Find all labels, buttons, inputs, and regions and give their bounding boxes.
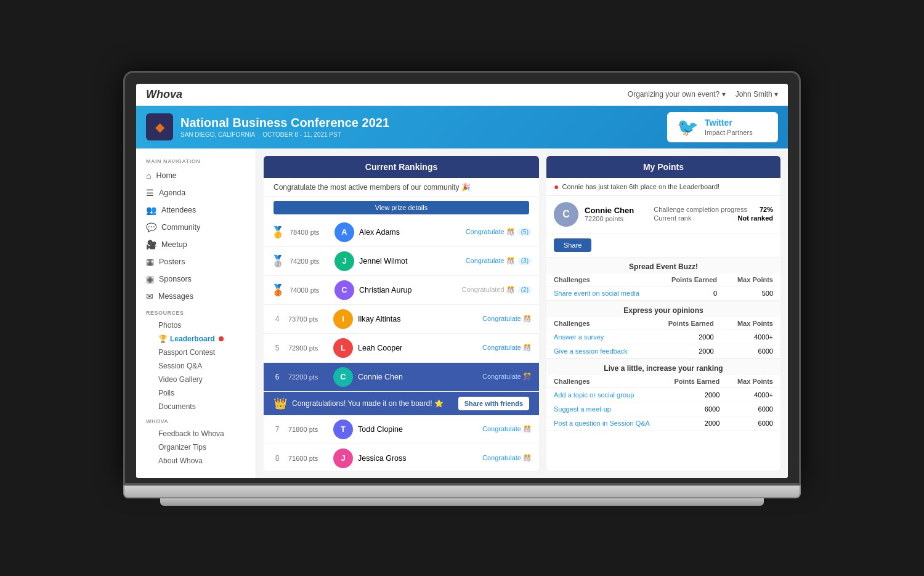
user-name: Jessica Gross <box>358 454 477 463</box>
sidebar-item-messages[interactable]: ✉ Messages <box>136 288 256 305</box>
col-points-earned: Points Earned <box>657 274 724 286</box>
sidebar-polls[interactable]: Polls <box>136 386 256 400</box>
sidebar-item-home[interactable]: ⌂ Home <box>136 167 256 184</box>
user-name: Todd Clopine <box>358 425 477 434</box>
congrats-text: Congratulate the most active members of … <box>274 183 471 192</box>
sidebar-community-label: Community <box>161 223 200 232</box>
user-name: Jennel Wilmot <box>359 257 461 266</box>
sidebar-agenda-label: Agenda <box>159 189 185 197</box>
spread-buzz-table: Challenges Points Earned Max Points Shar… <box>546 274 780 301</box>
table-row: Post a question in Session Q&A 2000 6000 <box>546 416 780 430</box>
sidebar-photos[interactable]: Photos <box>136 318 256 332</box>
max-points: 4000+ <box>721 330 780 344</box>
sidebar-video-gallery[interactable]: Video Gallery <box>136 373 256 386</box>
avatar: L <box>333 338 353 358</box>
sidebar-about[interactable]: About Whova <box>136 454 256 468</box>
main-nav-label: MAIN NAVIGATION <box>136 153 256 167</box>
view-prize-button[interactable]: View prize details <box>274 201 529 214</box>
sidebar-item-community[interactable]: 💬 Community <box>136 219 256 236</box>
congratulate-button[interactable]: Congratulate 🎊 <box>482 454 532 462</box>
sidebar-meetup-label: Meetup <box>161 240 187 249</box>
rank-number: 7 <box>271 425 283 434</box>
share-friends-button[interactable]: Share with friends <box>458 397 529 410</box>
rank-points: 74000 pts <box>290 286 330 294</box>
rank-points: 73700 pts <box>288 315 328 323</box>
user-name: Alex Adams <box>359 228 461 237</box>
sidebar-feedback[interactable]: Feedback to Whova <box>136 427 256 440</box>
points-earned: 2000 <box>663 416 727 430</box>
post-question-link[interactable]: Post a question in Session Q&A <box>554 420 650 427</box>
user-menu[interactable]: John Smith ▾ <box>736 90 778 99</box>
resources-label: RESOURCES <box>136 305 256 318</box>
twitter-card[interactable]: 🐦 Twitter Impact Partners <box>667 112 778 142</box>
sidebar-passport[interactable]: Passport Contest <box>136 346 256 359</box>
sidebar-item-sponsors[interactable]: ▦ Sponsors <box>136 270 256 288</box>
congratulate-button[interactable]: Congratulate 🎊 (5) <box>466 228 532 236</box>
app-logo: Whova <box>146 88 182 101</box>
whova-label: WHOVA <box>136 413 256 427</box>
challenge-link[interactable]: Share event on social media <box>554 290 639 297</box>
table-row: Answer a survey 2000 4000+ <box>546 330 780 344</box>
points-challenges: Spread Event Buzz! Challenges Points Ear… <box>546 258 780 471</box>
sidebar-messages-label: Messages <box>158 292 193 301</box>
rank-number: 8 <box>271 454 283 463</box>
col-challenges: Challenges <box>546 274 657 286</box>
sidebar-item-agenda[interactable]: ☰ Agenda <box>136 184 256 201</box>
trophy-icon: 🥇 <box>271 225 285 239</box>
user-name: Christian Aurup <box>359 286 457 294</box>
sidebar-organizer-tips[interactable]: Organizer Tips <box>136 440 256 454</box>
opinions-title: Express your opinions <box>546 301 780 317</box>
table-row: Share event on social media 0 500 <box>546 286 780 300</box>
alert-bar: ● Connie has just taken 6th place on the… <box>546 178 780 196</box>
sidebar-sponsors-label: Sponsors <box>159 275 192 283</box>
leaderboard-list: 🥇 78400 pts A Alex Adams Congratulate 🎊 … <box>264 218 539 471</box>
event-title: National Business Conference 2021 <box>180 116 389 130</box>
table-row: Suggest a meet-up 6000 6000 <box>546 402 780 416</box>
user-name: Ilkay Altintas <box>358 315 477 323</box>
rank-points: 78400 pts <box>290 229 330 236</box>
rank-value: Not ranked <box>738 214 773 222</box>
table-row: 7 71800 pts T Todd Clopine Congratulate … <box>264 415 539 444</box>
congratulate-button[interactable]: Congratulate 🎊 <box>482 425 532 433</box>
congratulate-button[interactable]: Congratulate 🎊 (3) <box>466 257 532 265</box>
ranking-title: Live a little, increase your ranking <box>546 359 780 375</box>
avatar: C <box>334 280 354 300</box>
rank-points: 74200 pts <box>290 258 330 265</box>
progress-label: Challenge completion progress <box>654 206 747 213</box>
leaderboard-badge <box>219 336 224 341</box>
sidebar-item-attendees[interactable]: 👥 Attendees <box>136 201 256 219</box>
rank-label: Current rank <box>654 214 691 222</box>
sidebar-session-qa[interactable]: Session Q&A <box>136 359 256 373</box>
col-max-points: Max Points <box>724 274 780 286</box>
my-points-header: My Points <box>546 156 780 178</box>
sidebar-item-meetup[interactable]: 🎥 Meetup <box>136 236 256 253</box>
congratulate-button[interactable]: Congratulate 🎊 <box>482 344 532 352</box>
home-icon: ⌂ <box>146 171 151 181</box>
top-bar: Whova Organizing your own event? ▾ John … <box>136 84 788 106</box>
answer-survey-link[interactable]: Answer a survey <box>554 333 604 341</box>
col-challenges: Challenges <box>546 317 650 330</box>
congratulated-label: Congratulated 🎊 (2) <box>462 286 532 294</box>
alert-text: Connie has just taken 6th place on the L… <box>562 183 719 190</box>
congratulate-button[interactable]: Congratulate 🎊 <box>482 315 532 323</box>
my-points-panel: My Points ● Connie has just taken 6th pl… <box>546 156 780 471</box>
rank-points: 72900 pts <box>288 344 328 352</box>
congratulate-button[interactable]: Congratulate 🎊 <box>482 373 532 381</box>
points-earned: 6000 <box>663 402 727 416</box>
add-topic-link[interactable]: Add a topic or social group <box>554 391 634 399</box>
avatar: T <box>333 420 353 439</box>
rank-number: 5 <box>271 344 283 352</box>
rank-number: 6 <box>271 373 283 381</box>
sidebar-documents[interactable]: Documents <box>136 400 256 413</box>
table-row: Add a topic or social group 2000 4000+ <box>546 387 780 402</box>
sidebar-leaderboard[interactable]: 🏆 Leaderboard <box>136 332 256 346</box>
event-header: ◆ National Business Conference 2021 SAN … <box>136 106 788 148</box>
organize-link[interactable]: Organizing your own event? ▾ <box>628 90 726 99</box>
suggest-meetup-link[interactable]: Suggest a meet-up <box>554 405 611 413</box>
session-feedback-link[interactable]: Give a session feedback <box>554 347 628 355</box>
meetup-icon: 🎥 <box>146 240 156 249</box>
event-location: SAN DIEGO, CALIFORNIA <box>180 131 255 138</box>
share-button[interactable]: Share <box>554 238 591 252</box>
attendees-icon: 👥 <box>146 205 156 215</box>
sidebar-item-posters[interactable]: ▦ Posters <box>136 253 256 270</box>
